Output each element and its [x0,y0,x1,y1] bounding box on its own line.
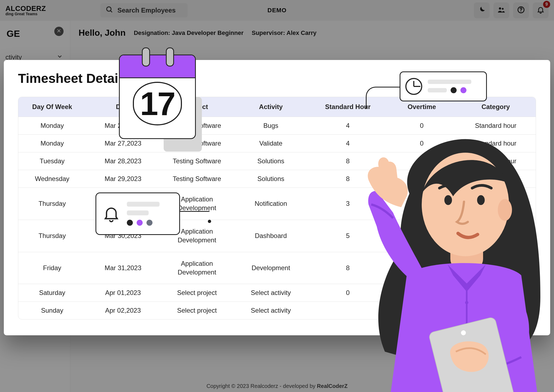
cell-category [456,302,536,319]
cell-activity: Notification [234,188,308,220]
cell-project: Select project [160,302,234,319]
cell-activity: Solutions [234,170,308,188]
cell-day: Thursday [18,220,86,252]
cell-activity: Validate [234,135,308,152]
timesheet-table: Day Of Week Date Project Activity Standa… [18,97,536,319]
col-overtime: Overtime [388,97,456,117]
cell-day: Wednesday [18,170,86,188]
cell-project: Testing Software [160,135,234,152]
cell-date: Mar 30,2023 [86,188,160,220]
modal-title: Timesheet Details [18,71,536,86]
col-project: Project [160,97,234,117]
cell-project: Application Development [160,188,234,220]
col-standard: Standard Hour [308,97,388,117]
cell-activity: Development [234,252,308,284]
col-day: Day Of Week [18,97,86,117]
cell-date: Mar 31,2023 [86,252,160,284]
cell-day: Monday [18,135,86,152]
cell-date: Mar 30,2023 [86,220,160,252]
cell-date: Mar 27,2023 [86,117,160,134]
cell-overtime [388,302,456,319]
table-row[interactable]: SaturdayApr 01,2023Select projectSelect … [18,284,536,301]
cell-day: Monday [18,117,86,134]
table-row[interactable]: ThursdayMar 30,2023Application Developme… [18,188,536,220]
cell-activity: Bugs [234,117,308,134]
cell-date: Mar 28,2023 [86,152,160,170]
cell-project: Testing Software [160,170,234,188]
cell-category: Standard hour [456,188,536,220]
cell-day: Saturday [18,284,86,301]
cell-overtime: 0 [388,152,456,170]
cell-date: Mar 29,2023 [86,170,160,188]
cell-overtime: 0 [388,252,456,284]
cell-project: Application Development [160,252,234,284]
cell-project: Testing Software [160,117,234,134]
cell-project: Select project [160,284,234,301]
cell-overtime: 0 [388,188,456,220]
cell-standard: 8 [308,152,388,170]
cell-overtime: 0 [388,135,456,152]
table-row[interactable]: SundayApr 02,2023Select projectSelect ac… [18,301,536,319]
cell-activity: Select activity [234,302,308,319]
cell-standard: 4 [308,135,388,152]
cell-category: Standard hour [456,220,536,252]
table-row[interactable]: MondayMar 27,2023Testing SoftwareBugs40S… [18,117,536,134]
cell-activity: Dashboard [234,220,308,252]
cell-category: Standard hour [456,152,536,170]
cell-category: Standard hour [456,252,536,284]
cell-day: Sunday [18,302,86,319]
cell-activity: Select activity [234,284,308,301]
table-row[interactable]: ThursdayMar 30,2023Application Developme… [18,220,536,252]
cell-project: Application Development [160,220,234,252]
cell-overtime: 0 [388,170,456,188]
cell-overtime: 0 [388,284,456,301]
cell-project: Testing Software [160,152,234,170]
table-row[interactable]: TuesdayMar 28,2023Testing SoftwareSoluti… [18,152,536,170]
cell-date: Apr 01,2023 [86,284,160,301]
cell-standard: 0 [308,284,388,301]
col-date: Date [86,97,160,117]
cell-category: Standard hour [456,135,536,152]
cell-day: Tuesday [18,152,86,170]
table-row[interactable]: WednesdayMar 29,2023Testing SoftwareSolu… [18,170,536,188]
cell-standard [308,302,388,319]
col-category: Category [456,97,536,117]
timesheet-modal: Timesheet Details Day Of Week Date Proje… [4,60,550,335]
cell-activity: Solutions [234,152,308,170]
cell-category [456,284,536,301]
cell-standard: 4 [308,117,388,134]
cell-day: Thursday [18,188,86,220]
cell-overtime: 0 [388,220,456,252]
cell-standard: 5 [308,220,388,252]
cell-category: Standard hour [456,170,536,188]
table-row[interactable]: FridayMar 31,2023Application Development… [18,252,536,284]
cell-standard: 8 [308,170,388,188]
cell-date: Mar 27,2023 [86,135,160,152]
cell-overtime: 0 [388,117,456,134]
cell-standard: 8 [308,252,388,284]
cell-category: Standard hour [456,117,536,134]
col-activity: Activity [234,97,308,117]
cell-date: Apr 02,2023 [86,302,160,319]
table-header: Day Of Week Date Project Activity Standa… [18,97,536,117]
cell-standard: 3 [308,188,388,220]
table-row[interactable]: MondayMar 27,2023Testing SoftwareValidat… [18,134,536,152]
cell-day: Friday [18,252,86,284]
